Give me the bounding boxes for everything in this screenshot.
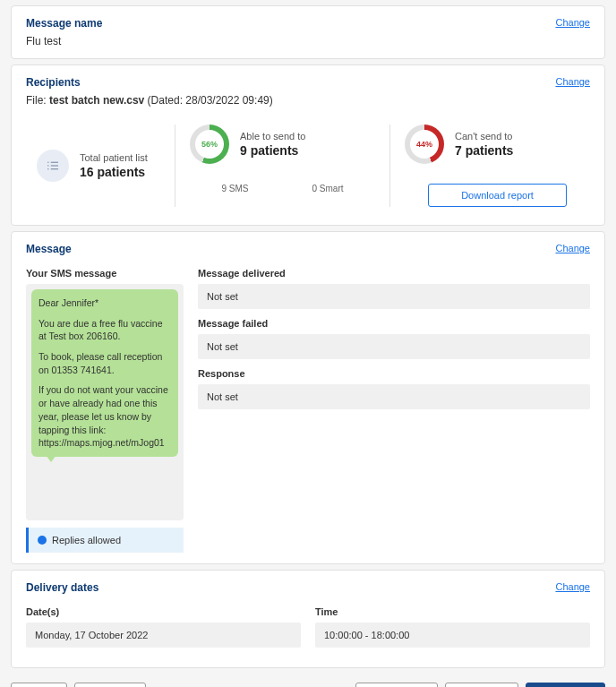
sms-bubble: Dear Jennifer* You are due a free flu va… <box>31 289 178 457</box>
able-donut-chart: 56% <box>190 125 229 164</box>
cant-pct: 44% <box>410 130 439 159</box>
able-pct: 56% <box>195 130 224 159</box>
delivered-value: Not set <box>198 284 590 309</box>
able-to-send-block: 56% Able to send to 9 patients 9 SMS 0 S… <box>175 125 390 207</box>
footer-actions: Discard Finish later Previous step Send … <box>0 674 616 687</box>
response-title: Response <box>198 368 590 379</box>
sms-line-4: If you do not want your vaccine or have … <box>38 383 171 449</box>
download-report-button[interactable]: Download report <box>428 184 567 207</box>
discard-button[interactable]: Discard <box>11 683 67 687</box>
delivery-dates-panel: Delivery dates Change Date(s) Monday, 17… <box>11 570 605 668</box>
replies-allowed-banner: Replies allowed <box>26 528 184 553</box>
smart-count: 0 Smart <box>312 184 343 193</box>
total-label: Total patient list <box>80 152 148 163</box>
cant-label: Can't send to <box>455 131 513 142</box>
change-message-link[interactable]: Change <box>555 243 590 253</box>
message-name-title: Message name <box>26 17 102 30</box>
failed-title: Message failed <box>198 318 590 329</box>
sms-line-1: Dear Jennifer* <box>38 296 171 310</box>
change-delivery-link[interactable]: Change <box>555 581 590 592</box>
schedule-button[interactable]: Schedule <box>526 683 605 687</box>
finish-later-button[interactable]: Finish later <box>74 683 146 687</box>
message-name-value: Flu test <box>26 35 102 47</box>
total-patients-block: Total patient list 16 patients <box>26 125 160 207</box>
sms-message-label: Your SMS message <box>26 268 184 279</box>
time-header: Time <box>315 606 590 617</box>
sms-preview: Dear Jennifer* You are due a free flu va… <box>26 284 184 520</box>
date-header: Date(s) <box>26 606 301 617</box>
failed-value: Not set <box>198 334 590 359</box>
recipients-panel: Recipients Change File: test batch new.c… <box>11 64 605 226</box>
total-value: 16 patients <box>80 165 148 179</box>
response-value: Not set <box>198 384 590 409</box>
recipients-file-line: File: test batch new.csv (Dated: 28/03/2… <box>26 94 590 107</box>
change-message-name-link[interactable]: Change <box>555 17 590 28</box>
cant-donut-chart: 44% <box>405 125 444 164</box>
date-value: Monday, 17 October 2022 <box>26 623 301 648</box>
delivery-title: Delivery dates <box>26 581 98 594</box>
cant-send-block: 44% Can't send to 7 patients Download re… <box>405 125 590 207</box>
cant-value: 7 patients <box>455 143 513 158</box>
change-recipients-link[interactable]: Change <box>555 76 590 87</box>
able-label: Able to send to <box>240 131 305 142</box>
file-name: test batch new.csv <box>49 94 144 107</box>
recipients-title: Recipients <box>26 76 81 89</box>
checklist-icon <box>37 150 69 182</box>
message-title: Message <box>26 243 72 255</box>
previous-step-button[interactable]: Previous step <box>355 683 439 687</box>
file-prefix: File: <box>26 94 49 107</box>
info-icon <box>38 536 47 545</box>
replies-allowed-label: Replies allowed <box>52 535 121 545</box>
sms-line-2: You are due a free flu vaccine at Test b… <box>38 317 171 343</box>
sms-count: 9 SMS <box>221 184 248 193</box>
sms-line-3: To book, please call reception on 01353 … <box>38 350 171 376</box>
able-value: 9 patients <box>240 143 305 158</box>
message-name-panel: Message name Flu test Change <box>11 5 605 59</box>
time-value: 10:00:00 - 18:00:00 <box>315 623 590 648</box>
message-panel: Message Change Your SMS message Dear Jen… <box>11 231 605 564</box>
delivered-title: Message delivered <box>198 268 590 279</box>
send-test-button[interactable]: Send a test <box>445 683 518 687</box>
file-date: (Dated: 28/03/2022 09:49) <box>144 94 272 107</box>
